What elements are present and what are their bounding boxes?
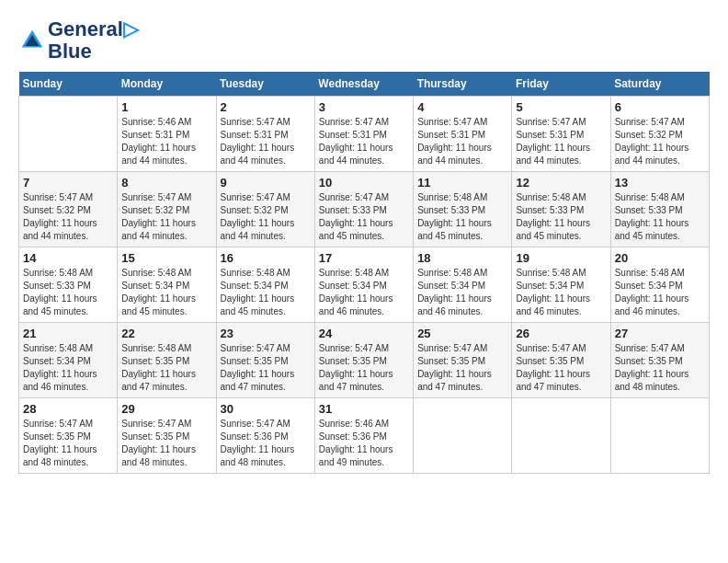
day-number: 3	[319, 100, 409, 114]
day-info: Sunrise: 5:48 AM Sunset: 5:34 PM Dayligh…	[121, 267, 211, 318]
header-thursday: Thursday	[414, 72, 512, 97]
calendar-table: SundayMondayTuesdayWednesdayThursdayFrid…	[18, 72, 710, 474]
calendar-cell: 4Sunrise: 5:47 AM Sunset: 5:31 PM Daylig…	[414, 97, 512, 172]
day-number: 24	[319, 327, 409, 340]
day-info: Sunrise: 5:47 AM Sunset: 5:31 PM Dayligh…	[221, 116, 311, 167]
calendar-cell: 17Sunrise: 5:48 AM Sunset: 5:34 PM Dayli…	[314, 247, 413, 323]
day-number: 23	[221, 327, 311, 340]
calendar-cell: 5Sunrise: 5:47 AM Sunset: 5:31 PM Daylig…	[512, 97, 610, 172]
calendar-cell: 21Sunrise: 5:48 AM Sunset: 5:34 PM Dayli…	[19, 323, 118, 398]
day-info: Sunrise: 5:47 AM Sunset: 5:32 PM Dayligh…	[121, 191, 211, 243]
day-info: Sunrise: 5:47 AM Sunset: 5:31 PM Dayligh…	[516, 116, 606, 167]
day-number: 8	[121, 176, 211, 190]
day-number: 7	[23, 176, 113, 190]
logo-text: General▷ Blue	[48, 18, 139, 63]
day-info: Sunrise: 5:48 AM Sunset: 5:34 PM Dayligh…	[615, 267, 705, 318]
day-number: 10	[319, 176, 409, 190]
day-info: Sunrise: 5:48 AM Sunset: 5:33 PM Dayligh…	[516, 191, 606, 243]
calendar-cell	[414, 398, 512, 474]
calendar-cell: 26Sunrise: 5:47 AM Sunset: 5:35 PM Dayli…	[512, 323, 610, 398]
day-info: Sunrise: 5:47 AM Sunset: 5:35 PM Dayligh…	[221, 342, 311, 394]
day-number: 26	[516, 327, 606, 340]
calendar-week-row: 1Sunrise: 5:46 AM Sunset: 5:31 PM Daylig…	[19, 97, 710, 172]
header-saturday: Saturday	[610, 72, 709, 97]
day-number: 12	[516, 176, 606, 190]
header-tuesday: Tuesday	[216, 72, 314, 97]
day-number: 31	[319, 402, 409, 416]
page-header: General▷ Blue	[18, 18, 710, 63]
day-number: 16	[221, 251, 311, 265]
header-friday: Friday	[512, 72, 610, 97]
calendar-cell: 8Sunrise: 5:47 AM Sunset: 5:32 PM Daylig…	[118, 172, 216, 247]
day-number: 1	[121, 100, 211, 114]
calendar-cell: 12Sunrise: 5:48 AM Sunset: 5:33 PM Dayli…	[512, 172, 610, 247]
day-info: Sunrise: 5:48 AM Sunset: 5:33 PM Dayligh…	[615, 191, 705, 243]
day-info: Sunrise: 5:48 AM Sunset: 5:35 PM Dayligh…	[121, 342, 211, 394]
calendar-cell	[512, 398, 610, 474]
day-info: Sunrise: 5:47 AM Sunset: 5:32 PM Dayligh…	[615, 116, 705, 167]
day-number: 18	[417, 251, 507, 265]
calendar-cell: 2Sunrise: 5:47 AM Sunset: 5:31 PM Daylig…	[216, 97, 314, 172]
logo: General▷ Blue	[18, 18, 139, 63]
day-number: 14	[23, 251, 113, 265]
day-number: 25	[417, 327, 507, 340]
day-info: Sunrise: 5:47 AM Sunset: 5:32 PM Dayligh…	[23, 191, 113, 243]
calendar-header-row: SundayMondayTuesdayWednesdayThursdayFrid…	[19, 72, 710, 97]
day-number: 22	[121, 327, 211, 340]
calendar-cell: 1Sunrise: 5:46 AM Sunset: 5:31 PM Daylig…	[118, 97, 216, 172]
header-sunday: Sunday	[19, 72, 118, 97]
day-number: 17	[319, 251, 409, 265]
day-info: Sunrise: 5:47 AM Sunset: 5:35 PM Dayligh…	[121, 418, 211, 469]
day-info: Sunrise: 5:47 AM Sunset: 5:33 PM Dayligh…	[319, 191, 409, 243]
calendar-cell: 20Sunrise: 5:48 AM Sunset: 5:34 PM Dayli…	[610, 247, 709, 323]
calendar-cell: 28Sunrise: 5:47 AM Sunset: 5:35 PM Dayli…	[19, 398, 118, 474]
logo-icon	[18, 27, 46, 54]
day-info: Sunrise: 5:46 AM Sunset: 5:31 PM Dayligh…	[121, 116, 211, 167]
day-number: 28	[23, 402, 113, 416]
calendar-cell: 11Sunrise: 5:48 AM Sunset: 5:33 PM Dayli…	[414, 172, 512, 247]
day-number: 13	[615, 176, 705, 190]
calendar-week-row: 14Sunrise: 5:48 AM Sunset: 5:33 PM Dayli…	[19, 247, 710, 323]
day-info: Sunrise: 5:47 AM Sunset: 5:35 PM Dayligh…	[417, 342, 507, 394]
day-info: Sunrise: 5:47 AM Sunset: 5:35 PM Dayligh…	[319, 342, 409, 394]
day-number: 19	[516, 251, 606, 265]
calendar-cell: 29Sunrise: 5:47 AM Sunset: 5:35 PM Dayli…	[118, 398, 216, 474]
day-number: 15	[121, 251, 211, 265]
calendar-cell: 6Sunrise: 5:47 AM Sunset: 5:32 PM Daylig…	[610, 97, 709, 172]
day-info: Sunrise: 5:48 AM Sunset: 5:33 PM Dayligh…	[417, 191, 507, 243]
day-number: 11	[417, 176, 507, 190]
day-info: Sunrise: 5:48 AM Sunset: 5:34 PM Dayligh…	[23, 342, 113, 394]
day-number: 2	[221, 100, 311, 114]
day-number: 27	[615, 327, 705, 340]
header-monday: Monday	[118, 72, 216, 97]
day-info: Sunrise: 5:47 AM Sunset: 5:36 PM Dayligh…	[221, 418, 311, 469]
calendar-cell: 15Sunrise: 5:48 AM Sunset: 5:34 PM Dayli…	[118, 247, 216, 323]
day-number: 30	[221, 402, 311, 416]
calendar-cell: 24Sunrise: 5:47 AM Sunset: 5:35 PM Dayli…	[314, 323, 413, 398]
day-info: Sunrise: 5:48 AM Sunset: 5:33 PM Dayligh…	[23, 267, 113, 318]
calendar-cell: 27Sunrise: 5:47 AM Sunset: 5:35 PM Dayli…	[610, 323, 709, 398]
day-number: 29	[121, 402, 211, 416]
day-info: Sunrise: 5:47 AM Sunset: 5:35 PM Dayligh…	[615, 342, 705, 394]
calendar-cell: 30Sunrise: 5:47 AM Sunset: 5:36 PM Dayli…	[216, 398, 314, 474]
calendar-cell: 14Sunrise: 5:48 AM Sunset: 5:33 PM Dayli…	[19, 247, 118, 323]
day-info: Sunrise: 5:48 AM Sunset: 5:34 PM Dayligh…	[221, 267, 311, 318]
day-number: 9	[221, 176, 311, 190]
calendar-cell: 9Sunrise: 5:47 AM Sunset: 5:32 PM Daylig…	[216, 172, 314, 247]
day-info: Sunrise: 5:48 AM Sunset: 5:34 PM Dayligh…	[319, 267, 409, 318]
calendar-cell: 23Sunrise: 5:47 AM Sunset: 5:35 PM Dayli…	[216, 323, 314, 398]
calendar-cell: 31Sunrise: 5:46 AM Sunset: 5:36 PM Dayli…	[314, 398, 413, 474]
calendar-cell	[610, 398, 709, 474]
calendar-cell: 7Sunrise: 5:47 AM Sunset: 5:32 PM Daylig…	[19, 172, 118, 247]
day-info: Sunrise: 5:47 AM Sunset: 5:35 PM Dayligh…	[23, 418, 113, 469]
header-wednesday: Wednesday	[314, 72, 413, 97]
day-number: 20	[615, 251, 705, 265]
day-info: Sunrise: 5:48 AM Sunset: 5:34 PM Dayligh…	[417, 267, 507, 318]
calendar-cell	[19, 97, 118, 172]
calendar-cell: 13Sunrise: 5:48 AM Sunset: 5:33 PM Dayli…	[610, 172, 709, 247]
calendar-cell: 3Sunrise: 5:47 AM Sunset: 5:31 PM Daylig…	[314, 97, 413, 172]
day-info: Sunrise: 5:47 AM Sunset: 5:32 PM Dayligh…	[221, 191, 311, 243]
calendar-cell: 19Sunrise: 5:48 AM Sunset: 5:34 PM Dayli…	[512, 247, 610, 323]
day-info: Sunrise: 5:46 AM Sunset: 5:36 PM Dayligh…	[319, 418, 409, 469]
day-info: Sunrise: 5:47 AM Sunset: 5:31 PM Dayligh…	[319, 116, 409, 167]
